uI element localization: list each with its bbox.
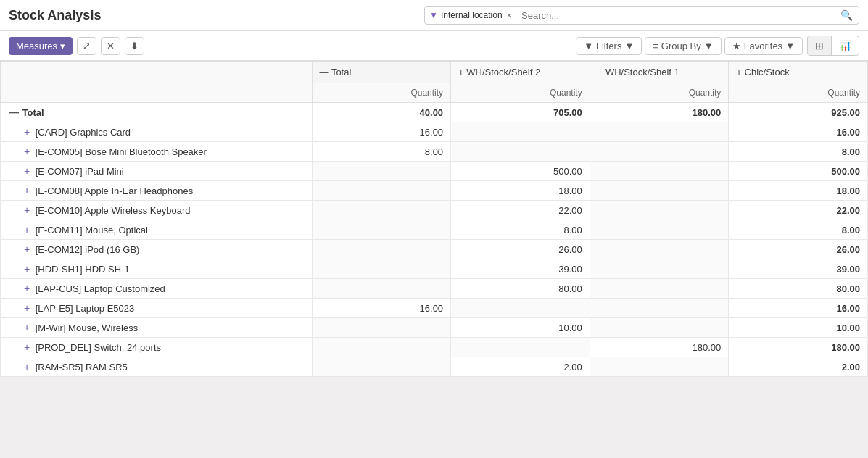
row-expand-btn[interactable]: + (21, 302, 33, 314)
row-product-label: + [PROD_DEL] Switch, 24 ports (1, 338, 313, 357)
table-row: + [E-COM05] Bose Mini Bluetooth Speaker … (1, 142, 868, 162)
download-button[interactable]: ⬇ (125, 37, 144, 55)
remove-button[interactable]: ✕ (101, 37, 120, 55)
row-shelf1-qty (451, 338, 590, 357)
measures-dropdown-arrow: ▾ (60, 41, 65, 51)
total-label[interactable]: — Total (1, 103, 313, 122)
row-chic-qty (590, 299, 729, 318)
row-total-qty: 180.00 (729, 338, 868, 357)
row-total-qty: 500.00 (729, 162, 868, 181)
row-expand-btn[interactable]: + (21, 224, 33, 236)
row-expand-btn[interactable]: + (21, 146, 33, 157)
table-container: — Total + WH/Stock/Shelf 2 + WH/Stock/Sh… (0, 61, 868, 377)
row-expand-btn[interactable]: + (21, 204, 33, 216)
row-expand-btn[interactable]: + (21, 165, 33, 177)
table-row: + [RAM-SR5] RAM SR5 2.00 2.00 (1, 357, 868, 377)
row-chic-qty (590, 181, 729, 201)
row-shelf1-qty: 26.00 (451, 240, 590, 259)
table-header-row-1: — Total + WH/Stock/Shelf 2 + WH/Stock/Sh… (1, 62, 868, 83)
total-shelf1-qty: 705.00 (451, 103, 590, 122)
row-product-label: + [CARD] Graphics Card (1, 122, 313, 142)
groupby-button[interactable]: ≡ Group By ▼ (645, 37, 721, 55)
row-expand-btn[interactable]: + (21, 322, 33, 333)
row-shelf1-qty (451, 299, 590, 318)
col-shelf2-group-header[interactable]: + WH/Stock/Shelf 2 (451, 62, 590, 83)
groupby-arrow: ▼ (704, 41, 714, 51)
table-row: + [PROD_DEL] Switch, 24 ports 180.00 180… (1, 338, 868, 357)
row-shelf2-qty: 8.00 (312, 142, 451, 162)
total-shelf2-qty: 40.00 (312, 103, 451, 122)
row-chic-qty (590, 122, 729, 142)
row-shelf1-qty: 10.00 (451, 318, 590, 338)
filters-arrow: ▼ (624, 41, 634, 51)
row-total-qty: 26.00 (729, 240, 868, 259)
row-total-qty: 8.00 (729, 142, 868, 162)
row-shelf1-qty: 39.00 (451, 259, 590, 279)
row-chic-qty (590, 279, 729, 299)
table-header-row-2: Quantity Quantity Quantity Quantity (1, 83, 868, 103)
search-button[interactable]: 🔍 (835, 7, 859, 24)
row-shelf2-qty (312, 181, 451, 201)
row-product-label: + [E-COM11] Mouse, Optical (1, 220, 313, 240)
row-shelf1-qty (451, 142, 590, 162)
expand-button[interactable]: ⤢ (77, 37, 96, 55)
table-view-button[interactable]: ⊞ (808, 36, 832, 55)
row-shelf1-qty: 2.00 (451, 357, 590, 377)
search-area: ▼ Internal location × 🔍 (424, 6, 859, 25)
row-shelf1-qty: 80.00 (451, 279, 590, 299)
table-row: + [LAP-CUS] Laptop Customized 80.00 80.0… (1, 279, 868, 299)
col-shelf1-group-header[interactable]: + WH/Stock/Shelf 1 (590, 62, 729, 83)
top-bar: Stock Analysis ▼ Internal location × 🔍 (0, 0, 868, 31)
table-row: + [E-COM10] Apple Wireless Keyboard 22.0… (1, 201, 868, 220)
row-expand-btn[interactable]: + (21, 361, 33, 372)
stock-table: — Total + WH/Stock/Shelf 2 + WH/Stock/Sh… (0, 61, 868, 377)
col-total-group-header: — Total (312, 62, 451, 83)
table-row: + [E-COM08] Apple In-Ear Headphones 18.0… (1, 181, 868, 201)
chart-view-button[interactable]: 📊 (832, 36, 859, 55)
favorites-arrow: ▼ (785, 41, 795, 51)
row-chic-qty (590, 259, 729, 279)
row-shelf1-qty (451, 122, 590, 142)
star-icon: ★ (732, 41, 741, 51)
col-shelf1-qty-header: Quantity (451, 83, 590, 103)
filter-tag-close-btn[interactable]: × (505, 11, 513, 20)
row-shelf2-qty (312, 338, 451, 357)
row-total-qty: 80.00 (729, 279, 868, 299)
funnel-icon: ▼ (429, 10, 438, 20)
toolbar-bar: Measures ▾ ⤢ ✕ ⬇ ▼ Filters ▼ ≡ Group By … (0, 31, 868, 61)
table-row: + [CARD] Graphics Card 16.00 16.00 (1, 122, 868, 142)
row-shelf2-qty: 16.00 (312, 122, 451, 142)
row-total-qty: 10.00 (729, 318, 868, 338)
row-shelf2-qty (312, 279, 451, 299)
row-total-qty: 2.00 (729, 357, 868, 377)
row-shelf2-qty (312, 240, 451, 259)
filter-group: ▼ Filters ▼ ≡ Group By ▼ ★ Favorites ▼ (576, 37, 803, 55)
row-shelf1-qty: 8.00 (451, 220, 590, 240)
col-chic-group-header[interactable]: + Chic/Stock (729, 62, 868, 83)
row-product-label: + [E-COM12] iPod (16 GB) (1, 240, 313, 259)
row-expand-btn[interactable]: + (21, 126, 33, 138)
page-title: Stock Analysis (9, 8, 101, 23)
total-expand-btn[interactable]: — (8, 107, 20, 118)
search-input[interactable] (517, 7, 835, 24)
row-expand-btn[interactable]: + (21, 263, 33, 275)
row-shelf2-qty (312, 162, 451, 181)
row-product-label: + [LAP-E5] Laptop E5023 (1, 299, 313, 318)
table-row: + [HDD-SH1] HDD SH-1 39.00 39.00 (1, 259, 868, 279)
groupby-label: Group By (661, 41, 701, 51)
filter-tag-text: Internal location (441, 10, 503, 20)
table-row: + [E-COM12] iPod (16 GB) 26.00 26.00 (1, 240, 868, 259)
row-expand-btn[interactable]: + (21, 283, 33, 294)
row-product-label: + [HDD-SH1] HDD SH-1 (1, 259, 313, 279)
row-chic-qty (590, 142, 729, 162)
row-chic-qty (590, 357, 729, 377)
row-expand-btn[interactable]: + (21, 243, 33, 255)
row-expand-btn[interactable]: + (21, 185, 33, 196)
measures-button[interactable]: Measures ▾ (9, 37, 73, 55)
filters-button[interactable]: ▼ Filters ▼ (576, 37, 642, 55)
row-expand-btn[interactable]: + (21, 341, 33, 353)
table-row: + [M-Wir] Mouse, Wireless 10.00 10.00 (1, 318, 868, 338)
col-chic-qty-header: Quantity (590, 83, 729, 103)
favorites-button[interactable]: ★ Favorites ▼ (724, 37, 803, 55)
row-chic-qty (590, 240, 729, 259)
